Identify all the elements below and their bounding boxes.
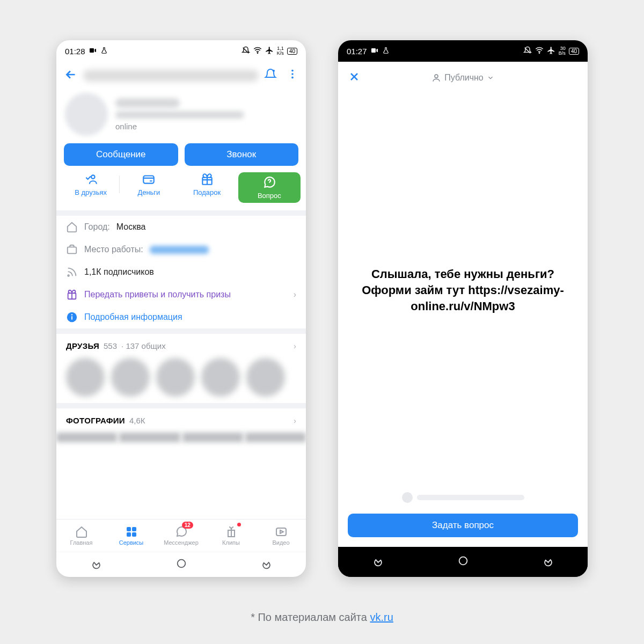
svg-point-3 — [291, 73, 294, 75]
notification-add-icon[interactable] — [264, 68, 277, 83]
call-button[interactable]: Звонок — [185, 143, 299, 166]
svg-rect-12 — [71, 316, 72, 319]
home-button[interactable] — [457, 555, 469, 569]
action-gift-label: Подарок — [193, 188, 221, 196]
svg-point-13 — [71, 314, 72, 315]
airplane-icon — [547, 46, 555, 56]
action-money-label: Деньги — [137, 188, 160, 196]
flask-icon — [100, 47, 108, 56]
svg-point-5 — [91, 175, 95, 179]
anonymous-row[interactable] — [338, 487, 588, 508]
profile-block: online — [56, 90, 306, 141]
ask-question-button[interactable]: Задать вопрос — [348, 514, 578, 537]
back-sys-button[interactable] — [540, 555, 552, 569]
nav-messenger[interactable]: 12 Мессенджер — [156, 519, 206, 552]
camera-icon — [370, 46, 379, 56]
svg-rect-14 — [127, 527, 131, 531]
nav-video[interactable]: Видео — [256, 519, 306, 552]
system-nav-right — [338, 547, 588, 577]
work-blurred — [150, 246, 209, 254]
flask-icon — [382, 47, 390, 56]
svg-rect-8 — [68, 247, 77, 253]
svg-point-9 — [68, 275, 69, 276]
wifi-icon — [535, 46, 544, 56]
status-bar-right: 01:27 30B/s 40 — [338, 40, 588, 62]
back-sys-button[interactable] — [259, 558, 270, 572]
clips-dot — [237, 523, 241, 526]
svg-point-22 — [435, 75, 438, 78]
chevron-right-icon: › — [294, 290, 296, 299]
action-money[interactable]: Деньги — [120, 172, 178, 203]
info-subs[interactable]: 1,1К подписчиков — [56, 261, 306, 283]
svg-rect-0 — [90, 48, 94, 53]
messenger-badge: 12 — [182, 522, 193, 529]
chevron-right-icon: › — [294, 341, 296, 350]
camera-icon — [89, 46, 97, 56]
anon-avatar-icon — [402, 492, 413, 503]
profile-header — [56, 62, 306, 90]
recent-button[interactable] — [92, 558, 104, 572]
svg-rect-17 — [132, 532, 136, 537]
source-link[interactable]: vk.ru — [370, 611, 393, 623]
nav-clips[interactable]: Клипы — [206, 519, 256, 552]
svg-point-23 — [459, 557, 467, 565]
chevron-down-icon — [487, 74, 494, 82]
friends-section[interactable]: ДРУЗЬЯ 553 · 137 общих › — [56, 334, 306, 358]
airplane-icon — [265, 46, 274, 56]
question-text: Слышала, тебе нужны деньги? Оформи займ … — [338, 94, 588, 487]
action-question-label: Вопрос — [258, 192, 281, 200]
action-gift[interactable]: Подарок — [178, 172, 236, 203]
action-friends[interactable]: В друзьях — [62, 172, 120, 203]
wifi-icon — [253, 46, 262, 56]
status-bar-left: 01:28 1,1K/s 40 — [56, 40, 306, 62]
svg-point-2 — [291, 70, 294, 72]
system-nav-left — [56, 552, 306, 577]
friends-avatars[interactable] — [56, 358, 306, 403]
back-button[interactable] — [64, 68, 78, 84]
info-more[interactable]: Подробная информация — [56, 306, 306, 328]
svg-rect-6 — [144, 176, 155, 184]
bell-off-icon — [241, 46, 250, 56]
svg-point-19 — [177, 560, 185, 568]
nav-services[interactable]: Сервисы — [106, 519, 156, 552]
recent-button[interactable] — [374, 555, 386, 569]
info-promo[interactable]: Передать приветы и получить призы › — [56, 283, 306, 306]
more-icon[interactable] — [287, 68, 298, 83]
status-time: 01:28 — [65, 47, 85, 56]
bell-off-icon — [523, 46, 532, 56]
battery-icon: 40 — [287, 48, 297, 55]
home-button[interactable] — [175, 558, 187, 572]
profile-name-blurred — [115, 98, 180, 108]
online-status: online — [115, 122, 297, 131]
battery-icon: 40 — [569, 48, 579, 55]
avatar[interactable] — [65, 93, 108, 136]
info-city[interactable]: Город: Москва — [56, 216, 306, 238]
chevron-right-icon: › — [294, 416, 296, 425]
info-work[interactable]: Место работы: — [56, 238, 306, 261]
svg-rect-16 — [127, 532, 131, 537]
profile-status-blurred — [115, 111, 244, 119]
phone-left: 01:28 1,1K/s 40 online Сообщение Звонок — [56, 40, 306, 577]
svg-point-21 — [539, 53, 539, 53]
bottom-nav: Главная Сервисы 12 Мессенджер Клипы Виде… — [56, 519, 306, 552]
status-net: 1,1K/s — [277, 46, 284, 56]
caption: * По материалам сайта vk.ru — [0, 611, 644, 624]
message-button[interactable]: Сообщение — [64, 143, 178, 166]
action-question[interactable]: Вопрос — [238, 172, 301, 203]
nav-home[interactable]: Главная — [56, 519, 106, 552]
svg-rect-20 — [371, 48, 376, 53]
close-button[interactable] — [348, 70, 361, 85]
status-time: 01:27 — [347, 47, 367, 56]
svg-point-1 — [257, 53, 258, 53]
svg-rect-15 — [132, 527, 136, 531]
photos-row[interactable] — [56, 433, 306, 442]
photos-section[interactable]: ФОТОГРАФИИ 4,6К › — [56, 408, 306, 433]
svg-rect-18 — [276, 528, 286, 536]
header-title-blurred — [83, 70, 259, 82]
action-friends-label: В друзьях — [75, 188, 107, 196]
status-net: 30B/s — [559, 46, 566, 56]
audience-selector[interactable]: Публично — [361, 73, 565, 83]
phone-right: 01:27 30B/s 40 Публично Слышала, тебе ну… — [338, 40, 588, 577]
compose-header: Публично — [338, 62, 588, 94]
svg-point-4 — [291, 77, 294, 79]
